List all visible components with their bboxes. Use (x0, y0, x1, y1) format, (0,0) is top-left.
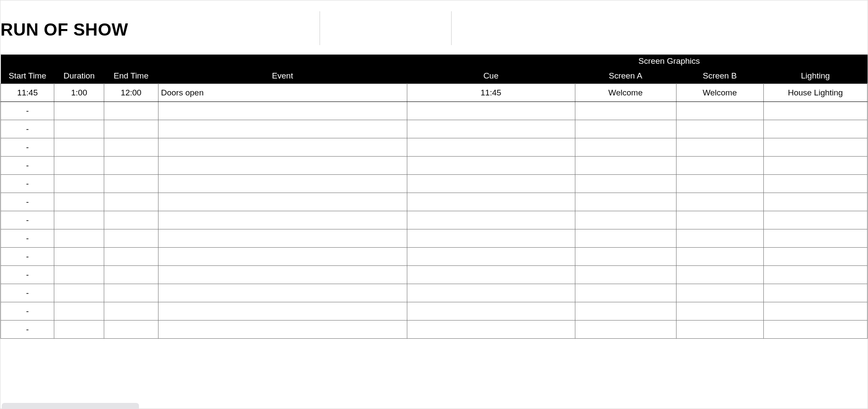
cell-event[interactable] (158, 157, 407, 175)
cell-duration[interactable] (54, 302, 104, 321)
cell-cue[interactable] (407, 175, 575, 193)
cell-screen-b[interactable]: Welcome (676, 84, 763, 102)
cell-duration[interactable] (54, 157, 104, 175)
cell-screen-a[interactable] (575, 229, 676, 248)
cell-screen-a[interactable] (575, 248, 676, 266)
cell-start-time[interactable]: - (1, 248, 54, 266)
cell-duration[interactable] (54, 138, 104, 157)
table-row[interactable]: - (1, 157, 868, 175)
cell-lighting[interactable] (763, 211, 867, 229)
cell-cue[interactable] (407, 120, 575, 138)
cell-screen-b[interactable] (676, 138, 763, 157)
cell-screen-a[interactable] (575, 102, 676, 120)
cell-lighting[interactable] (763, 302, 867, 321)
cell-duration[interactable] (54, 248, 104, 266)
cell-start-time[interactable]: - (1, 157, 54, 175)
cell-screen-a[interactable] (575, 284, 676, 302)
cell-screen-b[interactable] (676, 321, 763, 339)
cell-start-time[interactable]: - (1, 120, 54, 138)
cell-end-time[interactable] (104, 175, 158, 193)
cell-lighting[interactable] (763, 193, 867, 211)
cell-lighting[interactable] (763, 138, 867, 157)
cell-start-time[interactable]: - (1, 211, 54, 229)
cell-cue[interactable] (407, 284, 575, 302)
cell-lighting[interactable] (763, 266, 867, 284)
cell-cue[interactable] (407, 157, 575, 175)
cell-screen-a[interactable] (575, 157, 676, 175)
table-row[interactable]: - (1, 284, 868, 302)
cell-start-time[interactable]: - (1, 284, 54, 302)
cell-duration[interactable] (54, 321, 104, 339)
cell-start-time[interactable]: - (1, 138, 54, 157)
cell-end-time[interactable] (104, 248, 158, 266)
cell-screen-b[interactable] (676, 302, 763, 321)
cell-screen-a[interactable] (575, 175, 676, 193)
cell-lighting[interactable] (763, 229, 867, 248)
cell-screen-a[interactable]: Welcome (575, 84, 676, 102)
cell-screen-b[interactable] (676, 248, 763, 266)
cell-screen-b[interactable] (676, 175, 763, 193)
cell-cue[interactable] (407, 229, 575, 248)
cell-duration[interactable] (54, 120, 104, 138)
cell-screen-b[interactable] (676, 284, 763, 302)
cell-screen-a[interactable] (575, 302, 676, 321)
cell-duration[interactable] (54, 193, 104, 211)
cell-end-time[interactable] (104, 211, 158, 229)
cell-event[interactable] (158, 193, 407, 211)
cell-event[interactable] (158, 302, 407, 321)
cell-cue[interactable] (407, 248, 575, 266)
cell-cue[interactable] (407, 321, 575, 339)
cell-cue[interactable]: 11:45 (407, 84, 575, 102)
cell-start-time[interactable]: - (1, 229, 54, 248)
cell-duration[interactable]: 1:00 (54, 84, 104, 102)
table-row[interactable]: - (1, 321, 868, 339)
cell-duration[interactable] (54, 229, 104, 248)
table-row[interactable]: 11:451:0012:00Doors open11:45WelcomeWelc… (1, 84, 868, 102)
cell-start-time[interactable]: - (1, 193, 54, 211)
cell-lighting[interactable] (763, 284, 867, 302)
cell-end-time[interactable] (104, 302, 158, 321)
cell-end-time[interactable] (104, 102, 158, 120)
cell-start-time[interactable]: - (1, 266, 54, 284)
cell-screen-a[interactable] (575, 193, 676, 211)
cell-screen-b[interactable] (676, 266, 763, 284)
cell-start-time[interactable]: - (1, 302, 54, 321)
cell-lighting[interactable] (763, 157, 867, 175)
cell-duration[interactable] (54, 266, 104, 284)
cell-start-time[interactable]: 11:45 (1, 84, 54, 102)
cell-event[interactable] (158, 138, 407, 157)
cell-start-time[interactable]: - (1, 102, 54, 120)
cell-end-time[interactable] (104, 120, 158, 138)
cell-duration[interactable] (54, 102, 104, 120)
cell-screen-a[interactable] (575, 120, 676, 138)
cell-cue[interactable] (407, 138, 575, 157)
cell-cue[interactable] (407, 211, 575, 229)
cell-end-time[interactable]: 12:00 (104, 84, 158, 102)
cell-duration[interactable] (54, 211, 104, 229)
cell-start-time[interactable]: - (1, 321, 54, 339)
cell-screen-b[interactable] (676, 102, 763, 120)
table-row[interactable]: - (1, 229, 868, 248)
cell-end-time[interactable] (104, 266, 158, 284)
cell-screen-b[interactable] (676, 120, 763, 138)
cell-event[interactable] (158, 102, 407, 120)
cell-event[interactable] (158, 229, 407, 248)
cell-screen-a[interactable] (575, 266, 676, 284)
cell-end-time[interactable] (104, 138, 158, 157)
table-row[interactable]: - (1, 120, 868, 138)
cell-event[interactable] (158, 120, 407, 138)
table-row[interactable]: - (1, 102, 868, 120)
cell-event[interactable]: Doors open (158, 84, 407, 102)
cell-screen-a[interactable] (575, 138, 676, 157)
cell-end-time[interactable] (104, 193, 158, 211)
cell-lighting[interactable]: House Lighting (763, 84, 867, 102)
cell-event[interactable] (158, 284, 407, 302)
cell-screen-b[interactable] (676, 229, 763, 248)
cell-screen-a[interactable] (575, 211, 676, 229)
cell-end-time[interactable] (104, 229, 158, 248)
cell-lighting[interactable] (763, 321, 867, 339)
cell-end-time[interactable] (104, 284, 158, 302)
run-of-show-table[interactable]: Screen Graphics Start Time Duration End … (0, 55, 868, 339)
cell-lighting[interactable] (763, 175, 867, 193)
cell-lighting[interactable] (763, 102, 867, 120)
